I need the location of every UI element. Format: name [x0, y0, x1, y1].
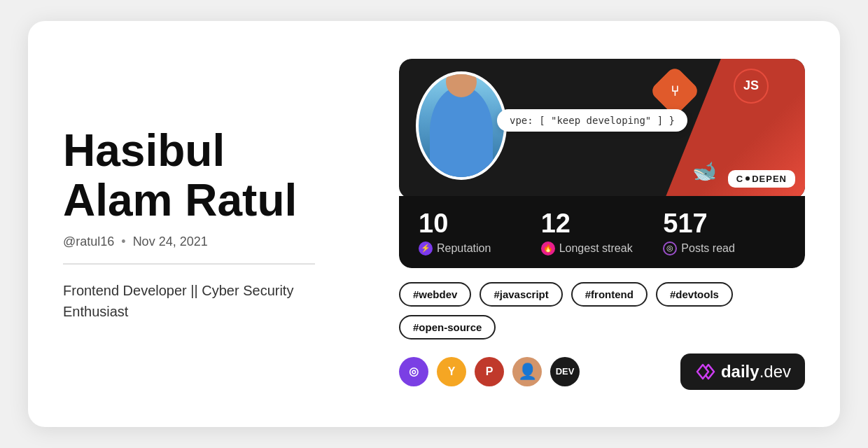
stats-bar: 10 ⚡ Reputation 12 🔥 Longest streak 517: [399, 196, 805, 268]
stat-posts: 517 ◎ Posts read: [663, 209, 785, 255]
posts-icon: ◎: [663, 241, 677, 255]
username: @ratul16: [63, 234, 114, 248]
profile-card-container: Hasibul Alam Ratul @ratul16 • Nov 24, 20…: [28, 21, 840, 427]
dailydev-logo: daily.dev: [680, 354, 805, 390]
docker-icon: 🐋: [687, 158, 721, 185]
social-icon-avatar[interactable]: 👤: [512, 357, 542, 386]
stat-reputation: 10 ⚡ Reputation: [419, 209, 541, 255]
posts-label: ◎ Posts read: [663, 241, 785, 255]
dailydev-icon: [694, 362, 717, 382]
social-icon-y[interactable]: Y: [437, 357, 466, 386]
user-bio: Frontend Developer || Cyber Security Ent…: [63, 280, 357, 322]
posts-value: 517: [663, 209, 785, 239]
reputation-value: 10: [419, 209, 541, 239]
tags-container: #webdev #javascript #frontend #devtools …: [399, 282, 805, 340]
tag-opensource[interactable]: #open-source: [399, 315, 496, 340]
streak-icon: 🔥: [541, 241, 555, 255]
codepen-dot: [746, 176, 750, 181]
left-panel: Hasibul Alam Ratul @ratul16 • Nov 24, 20…: [63, 126, 357, 321]
avatar-head: [446, 71, 477, 97]
stat-streak: 12 🔥 Longest streak: [541, 209, 664, 255]
profile-visual-card: ⑂ JS 🐋 vpe: [ "keep developing" ] } C: [399, 59, 805, 268]
streak-label: 🔥 Longest streak: [541, 241, 664, 255]
reputation-label: ⚡ Reputation: [419, 241, 541, 255]
bottom-bar: ◎ Y P 👤 DEV daily.dev: [399, 354, 805, 390]
social-icon-p[interactable]: P: [475, 357, 504, 386]
social-icons: ◎ Y P 👤 DEV: [399, 357, 580, 386]
codepen-badge: C DEPEN: [728, 170, 795, 188]
user-meta: @ratul16 • Nov 24, 2021: [63, 234, 357, 249]
tag-frontend[interactable]: #frontend: [571, 282, 648, 307]
right-panel: ⑂ JS 🐋 vpe: [ "keep developing" ] } C: [399, 59, 805, 390]
dailydev-text: daily.dev: [721, 362, 791, 382]
avatar: [416, 71, 507, 180]
avatar-body: [430, 86, 493, 177]
join-date: Nov 24, 2021: [133, 234, 208, 248]
reputation-icon: ⚡: [419, 241, 433, 255]
divider: [63, 263, 315, 265]
social-icon-codepen[interactable]: ◎: [399, 357, 428, 386]
tag-javascript[interactable]: #javascript: [479, 282, 562, 307]
profile-banner: ⑂ JS 🐋 vpe: [ "keep developing" ] } C: [399, 59, 805, 199]
tag-devtools[interactable]: #devtools: [656, 282, 733, 307]
code-bubble: vpe: [ "keep developing" ] }: [497, 109, 687, 132]
streak-value: 12: [541, 209, 664, 239]
js-icon: JS: [734, 69, 769, 104]
tag-webdev[interactable]: #webdev: [399, 282, 471, 307]
social-icon-dev[interactable]: DEV: [550, 357, 580, 386]
user-name: Hasibul Alam Ratul: [63, 126, 357, 225]
